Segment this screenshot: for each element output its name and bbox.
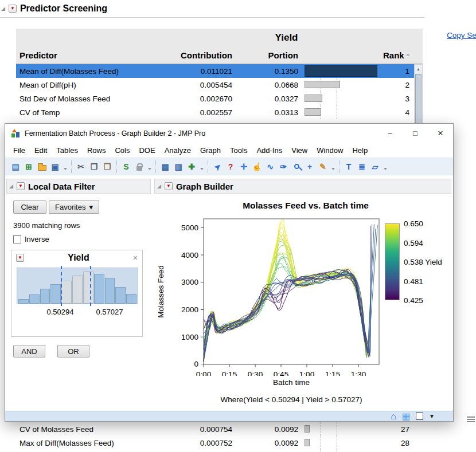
red-triangle-menu[interactable]: ▼ xyxy=(17,182,25,190)
histogram-bar[interactable] xyxy=(18,299,29,304)
histogram-bar[interactable] xyxy=(105,278,115,304)
table-row[interactable]: CV of Temp0.0025570.03134 xyxy=(16,105,423,119)
data-table-indicator-icon[interactable]: ▦ xyxy=(402,412,410,420)
grabber-tool-icon[interactable]: ☝ xyxy=(251,161,263,172)
range-high-value[interactable]: 0.57027 xyxy=(84,308,135,316)
zoom-tool-icon[interactable] xyxy=(291,161,302,172)
red-triangle-menu[interactable]: ▼ xyxy=(165,182,173,190)
table-row[interactable]: Max of Diff(Molasses Feed)0.0007520.0092… xyxy=(16,436,423,450)
help-tool-icon[interactable]: ? xyxy=(225,161,236,172)
col-header-predictor[interactable]: Predictor xyxy=(16,50,150,60)
range-low-value[interactable]: 0.50294 xyxy=(34,308,86,316)
table-row[interactable]: Std Dev of Molasses Feed0.0026700.03273 xyxy=(16,92,423,105)
maximize-button[interactable]: □ xyxy=(403,124,428,143)
paste-icon[interactable]: ❒ xyxy=(102,161,113,172)
open-icon[interactable] xyxy=(36,161,48,172)
table-row[interactable]: Mean of Diff(pH)0.0054540.06682 xyxy=(16,78,423,92)
save-icon[interactable]: ▣ xyxy=(49,161,61,172)
col-header-portion[interactable]: Portion xyxy=(238,50,304,60)
line-tool-icon[interactable]: ≣ xyxy=(356,161,368,172)
data-table-icon[interactable]: ▦ xyxy=(159,161,171,172)
menu-tables[interactable]: Tables xyxy=(52,144,83,156)
disclosure-triangle-icon[interactable]: ◢ xyxy=(1,6,5,11)
close-icon[interactable]: × xyxy=(133,253,138,262)
clear-button[interactable]: Clear xyxy=(13,201,46,214)
menu-addins[interactable]: Add-Ins xyxy=(252,144,287,156)
col-header-contribution[interactable]: Contribution xyxy=(150,50,238,60)
menu-help[interactable]: Help xyxy=(348,144,372,156)
home-icon[interactable]: ⌂ xyxy=(391,412,396,421)
cut-icon[interactable]: ✂ xyxy=(75,161,87,172)
script-icon[interactable]: S xyxy=(120,161,132,172)
menu-edit[interactable]: Edit xyxy=(30,144,52,156)
resize-grip[interactable] xyxy=(467,416,475,423)
shape-tool-icon[interactable]: ▱ xyxy=(369,161,381,172)
menu-tools[interactable]: Tools xyxy=(225,144,252,156)
lasso-tool-icon[interactable]: ∿ xyxy=(264,161,276,172)
favorites-button[interactable]: Favorites ▾ xyxy=(49,201,99,214)
window-checkbox[interactable] xyxy=(416,412,423,420)
menu-rows[interactable]: Rows xyxy=(83,144,111,156)
window-titlebar[interactable]: Fermentation Batch Process - Graph Build… xyxy=(5,124,453,143)
histogram-bar[interactable] xyxy=(94,274,104,304)
inverse-checkbox[interactable] xyxy=(13,235,21,243)
histogram-bar[interactable] xyxy=(72,276,83,304)
red-triangle-menu[interactable]: ▼ xyxy=(9,5,17,13)
new-journal-icon[interactable]: ▤ xyxy=(10,161,21,172)
menu-cols[interactable]: Cols xyxy=(110,144,134,156)
histogram-bar[interactable] xyxy=(83,272,93,304)
portion-bar-cell xyxy=(304,450,379,452)
toolbar-overflow-icon[interactable] xyxy=(200,168,204,170)
copy-selected-link[interactable]: Copy Se xyxy=(447,31,476,40)
pen-tool-icon[interactable]: ✎ xyxy=(317,161,329,172)
legend-tick-value: 0.481 xyxy=(404,277,423,286)
histogram-bar[interactable] xyxy=(126,294,136,304)
disclosure-triangle-icon[interactable]: ◢ xyxy=(9,184,13,189)
table-row[interactable]: Mean of Diff(Molasses Feed)0.0110210.135… xyxy=(16,64,423,78)
lock-icon[interactable] xyxy=(134,161,145,172)
disclosure-triangle-icon[interactable]: ◢ xyxy=(157,184,161,189)
yield-histogram[interactable] xyxy=(17,268,138,304)
minimize-button[interactable]: – xyxy=(377,124,403,143)
histogram-bar[interactable] xyxy=(29,294,40,304)
menu-doe[interactable]: DOE xyxy=(134,144,159,156)
move-tool-icon[interactable]: ✛ xyxy=(238,161,249,172)
red-triangle-menu[interactable]: ▼ xyxy=(16,254,24,262)
col-header-rank[interactable]: Rank ^ xyxy=(379,50,414,60)
portion-bar xyxy=(305,439,310,446)
toolbar-overflow-icon[interactable] xyxy=(384,168,387,170)
range-handle-low[interactable] xyxy=(61,266,62,306)
scrollbar-up-arrow-icon[interactable]: ▲ xyxy=(415,65,422,73)
histogram-bar[interactable] xyxy=(61,281,72,304)
text-tool-icon[interactable]: T xyxy=(343,161,354,172)
menu-view[interactable]: View xyxy=(287,144,312,156)
close-button[interactable]: ✕ xyxy=(428,124,453,143)
toolbar-overflow-icon[interactable] xyxy=(331,168,335,170)
histogram-bar[interactable] xyxy=(50,284,61,304)
dropdown-caret-icon[interactable]: ▼ xyxy=(429,414,435,419)
portion-bar xyxy=(305,108,321,116)
new-data-table-icon[interactable]: ⊞ xyxy=(23,161,34,172)
range-handle-high[interactable] xyxy=(90,266,91,306)
menu-graph[interactable]: Graph xyxy=(196,144,225,156)
yield-filter-card: ▼ Yield × 0.50294 0.57027 xyxy=(11,250,143,337)
arrow-tool-icon[interactable]: ➤ xyxy=(209,158,225,174)
legend-tick-value: 0.594 xyxy=(404,239,423,247)
menu-window[interactable]: Window xyxy=(312,144,348,156)
toolbar-overflow-icon[interactable] xyxy=(64,168,67,170)
table-row[interactable]: CV of Molasses Feed0.0007540.009227 xyxy=(16,422,423,436)
toolbar-overflow-icon[interactable] xyxy=(148,168,151,170)
menu-analyze[interactable]: Analyze xyxy=(160,144,196,156)
add-rows-icon[interactable]: ✚ xyxy=(186,161,197,172)
histogram-bar[interactable] xyxy=(115,287,126,304)
histogram-bar[interactable] xyxy=(40,289,50,304)
or-button[interactable]: OR xyxy=(57,345,89,357)
menu-file[interactable]: File xyxy=(9,144,30,156)
table-row[interactable]: Std Dev of Diff(Air)0.000710 xyxy=(16,450,423,452)
column-info-icon[interactable]: ▥ xyxy=(173,161,184,172)
brush-tool-icon[interactable]: ✑ xyxy=(278,161,289,172)
plus-tool-icon[interactable]: + xyxy=(304,161,315,172)
and-button[interactable]: AND xyxy=(13,345,45,357)
svg-text:1:00: 1:00 xyxy=(299,370,314,376)
copy-icon[interactable]: ❐ xyxy=(88,161,100,172)
